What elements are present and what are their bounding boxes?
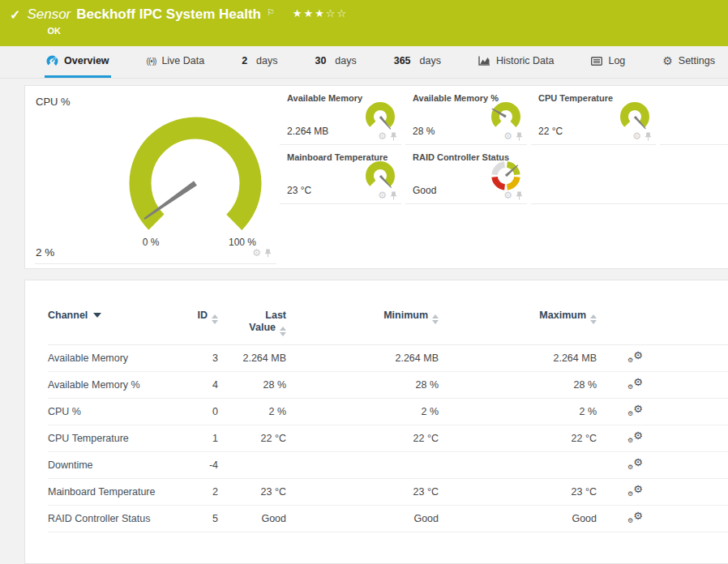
broadcast-icon: ((•)): [147, 57, 156, 66]
channel-settings-gears-icon[interactable]: ⚙⚙: [627, 377, 643, 391]
gauge-title: CPU %: [36, 96, 71, 108]
channel-settings-gears-icon[interactable]: ⚙⚙: [627, 350, 643, 364]
separator: [35, 263, 276, 264]
gauge-max-label: 100 %: [216, 237, 268, 248]
tab-settings[interactable]: ⚙ Settings: [661, 46, 717, 78]
sort-icon: [280, 327, 286, 336]
column-header-maximum[interactable]: Maximum: [439, 310, 597, 324]
pin-icon[interactable]: [390, 191, 397, 200]
channel-settings-gears-icon[interactable]: ⚙⚙: [627, 484, 643, 498]
prtg-sensor-page: ✓ Sensor Beckhoff IPC System Health ⚐ ★★…: [0, 0, 728, 564]
table-row: RAID Controller Status 5 Good Good Good …: [48, 506, 728, 532]
gear-icon: ⚙: [662, 55, 673, 66]
column-header-id[interactable]: ID: [169, 310, 218, 324]
column-header-last-value[interactable]: Last Value: [218, 310, 286, 336]
gauge-icon: [46, 55, 58, 66]
sort-icon: [432, 314, 439, 324]
tab-365-days[interactable]: 365 days: [392, 46, 443, 78]
sort-icon: [590, 314, 597, 324]
gauge-cpu-temperature[interactable]: CPU Temperature 22 °C ⚙: [531, 86, 656, 145]
cpu-gauge-dial: [114, 106, 276, 254]
gauge-raid-controller-status[interactable]: RAID Controller Status Good ⚙: [405, 145, 527, 204]
pin-icon[interactable]: [644, 132, 652, 141]
gauge-settings-gear-icon[interactable]: ⚙: [378, 131, 387, 141]
channel-settings-gears-icon[interactable]: ⚙⚙: [627, 457, 643, 471]
channel-table-panel: Channel ID Last Value Minimum Maximum: [24, 280, 728, 564]
tab-overview[interactable]: Overview: [45, 46, 111, 78]
priority-stars[interactable]: ★★★☆☆: [293, 6, 348, 22]
tab-2-days[interactable]: 2 days: [240, 46, 279, 78]
sensor-status-badge: OK: [47, 26, 348, 36]
gauge-value: 2 %: [36, 246, 54, 258]
sensor-header: ✓ Sensor Beckhoff IPC System Health ⚐ ★★…: [0, 0, 728, 46]
sort-icon: [212, 314, 218, 324]
chart-icon: [478, 56, 490, 66]
gauge-mainboard-temperature[interactable]: Mainboard Temperature 23 °C ⚙: [280, 145, 401, 204]
table-header-row: Channel ID Last Value Minimum Maximum: [48, 306, 728, 345]
gauge-available-memory-percent[interactable]: Available Memory % 28 % ⚙: [405, 86, 527, 145]
gauge-settings-gear-icon[interactable]: ⚙: [378, 190, 387, 200]
pin-icon[interactable]: [390, 132, 397, 141]
table-row: CPU % 0 2 % 2 % 2 % ⚙⚙: [48, 399, 728, 425]
column-header-minimum[interactable]: Minimum: [286, 310, 439, 324]
sort-caret-icon: [93, 313, 101, 318]
gauges-panel: CPU % 0 % 100 % 2 % ⚙: [24, 85, 728, 269]
gauge-min-label: 0 %: [127, 237, 174, 248]
channel-settings-gears-icon[interactable]: ⚙⚙: [627, 430, 643, 444]
sensor-kind-label: Sensor: [27, 6, 71, 23]
tab-log[interactable]: Log: [589, 46, 627, 78]
tab-30-days[interactable]: 30 days: [313, 46, 358, 78]
pin-icon[interactable]: [264, 249, 272, 258]
flag-icon[interactable]: ⚐: [267, 4, 275, 20]
mini-gauge-grid: Available Memory 2.264 MB ⚙ Available Me…: [280, 86, 728, 268]
table-row: Available Memory % 4 28 % 28 % 28 % ⚙⚙: [48, 372, 728, 399]
sensor-title-block: Sensor Beckhoff IPC System Health ⚐ ★★★☆…: [27, 6, 348, 36]
column-header-channel[interactable]: Channel: [48, 310, 169, 321]
sensor-name: Beckhoff IPC System Health: [76, 6, 261, 23]
gauge-available-memory[interactable]: Available Memory 2.264 MB ⚙: [280, 86, 401, 145]
gauge-settings-gear-icon[interactable]: ⚙: [503, 190, 512, 200]
gauge-cpu-percent[interactable]: CPU % 0 % 100 % 2 % ⚙: [25, 86, 280, 268]
table-row: Downtime -4 ⚙⚙: [48, 452, 728, 479]
tab-bar: Overview ((•)) Live Data 2 days 30 days …: [0, 46, 728, 79]
separator: [660, 86, 728, 145]
status-check-icon: ✓: [10, 7, 20, 23]
channel-settings-gears-icon[interactable]: ⚙⚙: [627, 511, 643, 524]
separator: [531, 145, 728, 204]
pin-icon[interactable]: [516, 132, 523, 141]
main-content: CPU % 0 % 100 % 2 % ⚙: [0, 79, 728, 564]
gauge-settings-gear-icon[interactable]: ⚙: [632, 131, 641, 141]
table-row: CPU Temperature 1 22 °C 22 °C 22 °C ⚙⚙: [48, 425, 728, 452]
pin-icon[interactable]: [516, 191, 523, 200]
channel-settings-gears-icon[interactable]: ⚙⚙: [627, 404, 643, 417]
gauge-settings-gear-icon[interactable]: ⚙: [503, 131, 512, 141]
tab-live-data[interactable]: ((•)) Live Data: [145, 46, 207, 78]
tab-historic-data[interactable]: Historic Data: [477, 46, 556, 78]
table-row: Available Memory 3 2.264 MB 2.264 MB 2.2…: [48, 345, 728, 372]
table-row: Mainboard Temperature 2 23 °C 23 °C 23 °…: [48, 479, 728, 506]
log-icon: [591, 57, 602, 66]
gauge-settings-gear-icon[interactable]: ⚙: [252, 248, 261, 258]
